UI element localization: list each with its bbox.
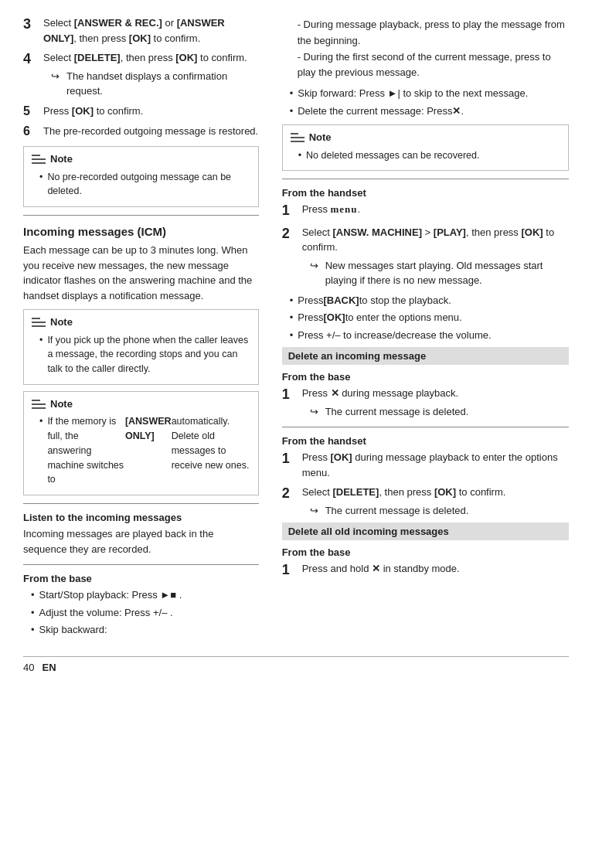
divider-1 [23, 215, 259, 216]
listen-title: Listen to the incoming messages [23, 512, 259, 523]
base-bullets: Start/Stop playback: Press ►■ . Adjust t… [31, 587, 259, 638]
divider-r1 [282, 179, 569, 179]
note-box-2: Note If you pick up the phone when the c… [23, 309, 259, 385]
delete-current-bullet: Delete the current message: Press ✕. [290, 104, 569, 119]
step-3: 3 Select [ANSWER & REC.] or [ANSWER ONLY… [23, 15, 259, 46]
from-handset-title: From the handset [282, 187, 569, 199]
note-box-3: Note If the memory is full, the answerin… [23, 391, 259, 495]
note-list-2: If you pick up the phone when the caller… [39, 333, 250, 376]
arrow-item-play: ↪ New messages start playing. Old messag… [310, 258, 569, 288]
listen-para: Incoming messages are played back in the… [23, 526, 259, 557]
base2-step-1: 1 Press ✕ during message playback. ↪ The… [282, 386, 569, 419]
from-handset2-title: From the handset [282, 435, 569, 447]
base-bullet-2: Adjust the volume: Press +/– . [31, 605, 259, 621]
note-header-3: Note [32, 397, 250, 412]
page-footer: 40 EN [23, 656, 569, 673]
from-base3-title: From the base [282, 546, 569, 558]
note-header-right: Note [291, 130, 560, 145]
note-list-right: No deleted messages can be recovered. [298, 148, 560, 163]
note-item-2: If you pick up the phone when the caller… [39, 333, 250, 376]
handset2-step-2: 2 Select [DELETE], then press [OK] to co… [282, 485, 569, 518]
step-5: 5 Press [OK] to confirm. [23, 104, 259, 120]
note-list-1: No pre-recorded outgoing message can be … [39, 170, 250, 199]
handset-bullets: Press [BACK] to stop the playback. Press… [290, 293, 569, 343]
more-bullets: Skip forward: Press ►| to skip to the ne… [290, 86, 569, 118]
from-base-title: From the base [23, 573, 259, 584]
note-item-3: If the memory is full, the answering mac… [39, 414, 250, 487]
note-box-right: Note No deleted messages can be recovere… [282, 124, 569, 171]
handset-bullet-2: Press [OK] to enter the options menu. [290, 310, 569, 325]
step-6: 6 The pre-recorded outgoing message is r… [23, 124, 259, 140]
note-icon-3 [32, 399, 46, 410]
handset2-step-1: 1 Press [OK] during message playback to … [282, 450, 569, 480]
delete-incoming-header: Delete an incoming message [282, 347, 569, 365]
note-item-1: No pre-recorded outgoing message can be … [39, 170, 250, 199]
note-icon-right [291, 132, 305, 143]
step-4: 4 Select [DELETE], then press [OK] to co… [23, 50, 259, 99]
note-label-2: Note [50, 315, 73, 330]
handset-step-2: 2 Select [ANSW. MACHINE] > [PLAY], then … [282, 225, 569, 288]
handset-bullet-3: Press +/– to increase/decrease the volum… [290, 328, 569, 343]
skip-backward-text: - During message playback, press to play… [298, 17, 569, 81]
arrow-item-base2: ↪ The current message is deleted. [310, 404, 569, 420]
note-label-1: Note [50, 151, 73, 167]
note-icon-1 [32, 154, 46, 165]
note-box-1: Note No pre-recorded outgoing message ca… [23, 146, 259, 207]
note-header-2: Note [32, 315, 250, 330]
right-column: - During message playback, press to play… [274, 15, 569, 641]
arrow-item-handset2: ↪ The current message is deleted. [310, 503, 569, 519]
divider-r2 [282, 427, 569, 427]
handset-bullet-1: Press [BACK] to stop the playback. [290, 293, 569, 308]
base3-step-1: 1 Press and hold ✕ in standby mode. [282, 561, 569, 579]
base-bullet-1: Start/Stop playback: Press ►■ . [31, 587, 259, 603]
arrow-item-confirm: ↪ The handset displays a confirmation re… [51, 69, 259, 99]
delete-all-header: Delete all old incoming messages [282, 523, 569, 540]
note-label-right: Note [309, 130, 332, 145]
note-icon-2 [32, 317, 46, 328]
note-header-1: Note [32, 151, 250, 167]
left-column: 3 Select [ANSWER & REC.] or [ANSWER ONLY… [23, 15, 274, 641]
incoming-section-title: Incoming messages (ICM) [23, 225, 259, 238]
note-label-3: Note [50, 397, 73, 412]
page-number: 40 [23, 662, 34, 673]
from-base2-title: From the base [282, 371, 569, 383]
divider-2 [23, 503, 259, 504]
divider-3 [23, 564, 259, 565]
skip-forward-bullet: Skip forward: Press ►| to skip to the ne… [290, 86, 569, 101]
base-bullet-3: Skip backward: [31, 622, 259, 638]
note-item-right: No deleted messages can be recovered. [298, 148, 560, 163]
incoming-para: Each message can be up to 3 minutes long… [23, 243, 259, 303]
handset-step-1: 1 Press menu. [282, 202, 569, 220]
note-list-3: If the memory is full, the answering mac… [39, 414, 250, 487]
page-lang: EN [42, 662, 56, 673]
